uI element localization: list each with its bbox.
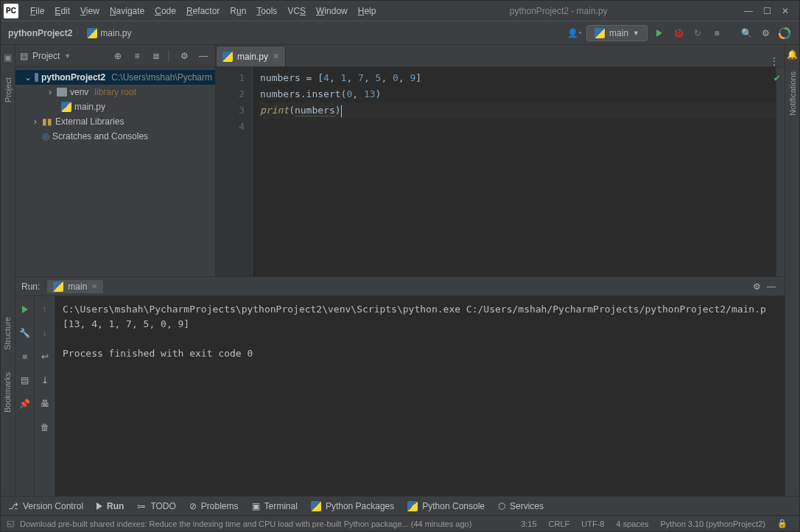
stop-button[interactable]: ■ <box>709 26 724 41</box>
pin-icon[interactable]: 📌 <box>18 396 32 411</box>
menu-view[interactable]: View <box>76 3 104 19</box>
breadcrumb-file[interactable]: main.py <box>100 28 131 38</box>
chevron-down-icon[interactable]: ▼ <box>64 52 71 60</box>
status-indent[interactable]: 4 spaces <box>610 519 654 528</box>
menu-window[interactable]: Window <box>312 3 352 19</box>
select-opened-icon[interactable]: ⊕ <box>110 49 125 63</box>
layout-icon[interactable]: ▤ <box>18 373 32 388</box>
right-tool-notifications[interactable]: Notifications <box>788 71 797 116</box>
left-tool-structure[interactable]: Structure <box>3 317 12 350</box>
line-gutter[interactable]: 1 2 3 4 <box>216 67 253 276</box>
wrench-icon[interactable]: 🔧 <box>18 326 32 340</box>
status-line-sep[interactable]: CRLF <box>543 519 576 528</box>
menu-file[interactable]: File <box>26 3 49 19</box>
bottom-problems[interactable]: ⊘Problems <box>189 501 239 511</box>
bottom-terminal[interactable]: ▣Terminal <box>252 501 298 511</box>
stop-button[interactable]: ■ <box>18 349 32 364</box>
run-button[interactable] <box>652 26 667 41</box>
menu-run[interactable]: Run <box>225 3 250 19</box>
tree-extlib-name: External Libraries <box>55 116 124 127</box>
left-tool-project[interactable]: Project <box>4 77 13 102</box>
close-tab-icon[interactable]: ✕ <box>273 52 279 61</box>
code-line-2[interactable]: numbers.insert(0, 13) <box>260 86 785 102</box>
bottom-python-console[interactable]: Python Console <box>407 501 485 511</box>
chevron-right-icon[interactable]: › <box>46 87 54 97</box>
status-message[interactable]: Download pre-built shared indexes: Reduc… <box>14 519 477 528</box>
bottom-services[interactable]: ⬡Services <box>498 501 544 511</box>
delete-icon[interactable]: 🗑 <box>38 420 52 435</box>
minimize-button[interactable]: — <box>744 6 753 16</box>
line-number[interactable]: 2 <box>216 86 245 102</box>
rerun-button[interactable] <box>18 302 32 317</box>
sidebar-title[interactable]: Project <box>32 51 60 61</box>
jetbrains-icon[interactable] <box>777 26 792 41</box>
tree-external-libs[interactable]: › ▮▮ External Libraries <box>15 114 215 129</box>
lock-icon[interactable]: 🔒 <box>771 519 793 528</box>
tree-mainpy[interactable]: main.py <box>15 99 215 114</box>
menu-navigate[interactable]: Navigate <box>105 3 149 19</box>
bottom-vcs[interactable]: ⎇Version Control <box>8 501 83 511</box>
breadcrumb-project[interactable]: pythonProject2 <box>8 28 72 38</box>
code-line-4[interactable] <box>260 119 785 135</box>
soft-wrap-icon[interactable]: ↩ <box>38 349 52 364</box>
status-interpreter[interactable]: Python 3.10 (pythonProject2) <box>655 519 771 528</box>
close-icon[interactable]: ✕ <box>91 282 97 290</box>
console-output[interactable]: C:\Users\mshah\PycharmProjects\pythonPro… <box>55 296 785 496</box>
tab-more-icon[interactable]: ⋮ <box>764 56 785 66</box>
tree-venv[interactable]: › venv library root <box>15 85 215 99</box>
gear-icon[interactable]: ⚙ <box>749 279 764 294</box>
add-user-icon[interactable]: 👤+ <box>567 26 582 41</box>
bottom-run[interactable]: Run <box>97 501 124 511</box>
console-line: C:\Users\mshah\PycharmProjects\pythonPro… <box>63 304 766 315</box>
editor-scrollbar[interactable] <box>776 67 785 276</box>
close-button[interactable]: ✕ <box>782 6 789 16</box>
run-tab-main[interactable]: main ✕ <box>47 280 103 293</box>
hide-icon[interactable]: — <box>196 49 211 63</box>
menu-edit[interactable]: Edit <box>50 3 74 19</box>
code-body[interactable]: numbers = [4, 1, 7, 5, 0, 9] numbers.ins… <box>253 67 785 276</box>
inspection-ok-icon[interactable]: ✔ <box>774 71 780 83</box>
menu-code[interactable]: Code <box>150 3 180 19</box>
menu-tools[interactable]: Tools <box>252 3 281 19</box>
chevron-right-icon[interactable]: › <box>32 116 39 127</box>
code-editor[interactable]: 1 2 3 4 numbers = [4, 1, 7, 5, 0, 9] num… <box>216 67 785 276</box>
console-line: [13, 4, 1, 7, 5, 0, 9] <box>63 318 189 329</box>
coverage-button[interactable]: ↻ <box>690 26 705 41</box>
search-icon[interactable]: 🔍 <box>739 26 754 41</box>
bottom-todo[interactable]: ≔TODO <box>137 501 175 511</box>
line-number[interactable]: 1 <box>216 70 245 86</box>
down-arrow-icon[interactable]: ↓ <box>38 326 52 340</box>
bottom-python-packages[interactable]: Python Packages <box>311 501 394 511</box>
up-arrow-icon[interactable]: ↑ <box>38 302 52 317</box>
gear-icon[interactable]: ⚙ <box>177 49 192 63</box>
status-tool-icon[interactable]: ◱ <box>7 519 14 528</box>
settings-icon[interactable]: ⚙ <box>758 26 773 41</box>
tree-root[interactable]: ⌄ pythonProject2 C:\Users\mshah\Pycharm <box>15 70 215 85</box>
menu-vcs[interactable]: VCS <box>283 3 310 19</box>
expand-all-icon[interactable]: ≡ <box>130 49 144 63</box>
pycharm-logo-icon: PC <box>4 4 18 18</box>
breadcrumb[interactable]: pythonProject2 〉 main.py <box>8 27 131 39</box>
menu-help[interactable]: Help <box>354 3 381 19</box>
tree-scratches[interactable]: › ◎ Scratches and Consoles <box>15 129 215 144</box>
notification-icon[interactable]: 🔔 <box>787 49 798 60</box>
debug-button[interactable]: 🐞 <box>671 26 686 41</box>
menu-refactor[interactable]: Refactor <box>182 3 224 19</box>
editor-tab-mainpy[interactable]: main.py ✕ <box>216 46 286 66</box>
maximize-button[interactable]: ☐ <box>763 6 771 16</box>
code-line-3[interactable]: print(numbers) <box>260 102 785 119</box>
project-tool-icon[interactable]: ▣ <box>4 52 12 63</box>
project-tree[interactable]: ⌄ pythonProject2 C:\Users\mshah\Pycharm … <box>15 67 215 147</box>
left-tool-bookmarks[interactable]: Bookmarks <box>3 372 12 413</box>
line-number[interactable]: 3 <box>216 102 245 119</box>
status-encoding[interactable]: UTF-8 <box>575 519 610 528</box>
print-icon[interactable]: 🖶 <box>38 396 52 411</box>
line-number[interactable]: 4 <box>216 119 245 135</box>
hide-icon[interactable]: — <box>764 279 779 294</box>
run-config-selector[interactable]: main ▼ <box>586 25 648 41</box>
scroll-to-end-icon[interactable]: ⤓ <box>38 373 52 388</box>
collapse-all-icon[interactable]: ≣ <box>149 49 164 63</box>
chevron-down-icon[interactable]: ⌄ <box>24 72 32 83</box>
status-caret-pos[interactable]: 3:15 <box>515 519 542 528</box>
code-line-1[interactable]: numbers = [4, 1, 7, 5, 0, 9] <box>260 70 785 86</box>
